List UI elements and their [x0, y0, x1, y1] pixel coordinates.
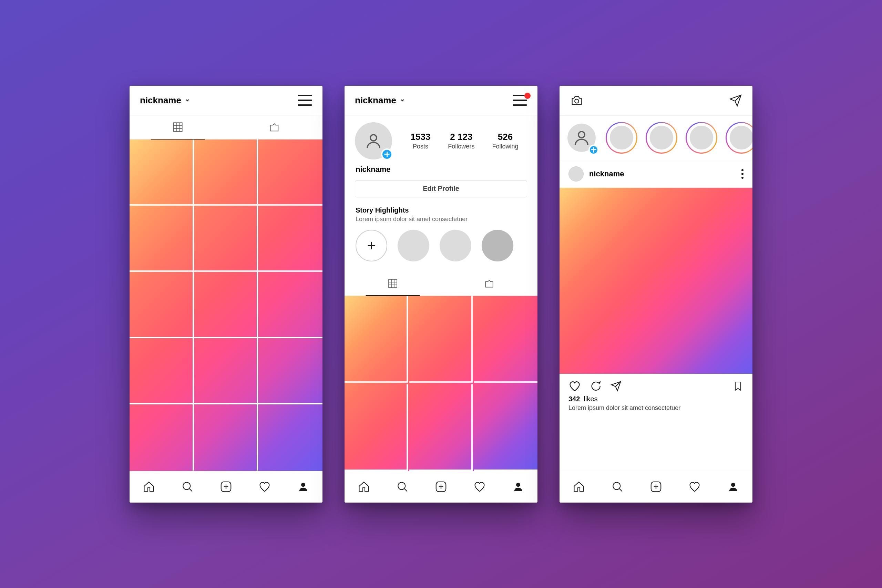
nav-home[interactable] [142, 480, 156, 494]
highlight-item[interactable] [440, 230, 471, 261]
post-thumbnail[interactable] [194, 338, 258, 404]
topbar: nickname [345, 86, 537, 116]
post-thumbnail[interactable] [129, 272, 194, 338]
profile-tabs [129, 116, 322, 140]
username-dropdown[interactable]: nickname [140, 95, 190, 106]
post-thumbnail[interactable] [258, 206, 322, 272]
grid-icon [387, 278, 398, 289]
author-avatar [568, 166, 584, 182]
screen-profile-grid: nickname [129, 86, 322, 502]
like-button[interactable] [568, 380, 581, 392]
post-thumbnail[interactable] [258, 338, 322, 404]
svg-line-20 [405, 489, 407, 492]
post-image[interactable] [560, 188, 753, 374]
profile-header: 1533 Posts 2 123 Followers 526 Following… [345, 116, 537, 272]
send-icon[interactable] [729, 94, 742, 107]
svg-point-25 [574, 99, 579, 103]
stat-followers[interactable]: 2 123 Followers [448, 132, 474, 150]
post-thumbnail[interactable] [194, 140, 258, 206]
avatar[interactable] [355, 122, 392, 159]
svg-point-29 [613, 482, 620, 489]
post-thumbnail[interactable] [474, 296, 537, 383]
menu-button[interactable] [513, 95, 527, 106]
svg-point-5 [183, 482, 190, 489]
stories-row[interactable] [560, 116, 753, 160]
likes-count[interactable]: 342 likes [560, 395, 753, 404]
bottom-nav [560, 471, 753, 502]
nav-profile[interactable] [296, 480, 310, 494]
stat-value: 526 [492, 132, 518, 142]
svg-rect-0 [173, 123, 182, 132]
nav-profile[interactable] [726, 480, 740, 494]
stat-posts[interactable]: 1533 Posts [411, 132, 430, 150]
add-story-badge[interactable] [381, 148, 393, 160]
post-thumbnail[interactable] [409, 384, 473, 471]
post-thumbnail[interactable] [258, 404, 322, 471]
nav-search[interactable] [180, 480, 194, 494]
edit-profile-button[interactable]: Edit Profile [355, 180, 527, 197]
nav-activity[interactable] [473, 480, 486, 494]
svg-point-34 [731, 483, 735, 487]
comment-button[interactable] [590, 380, 602, 392]
chevron-down-icon [400, 98, 405, 103]
post-thumbnail[interactable] [129, 404, 194, 471]
post-thumbnail[interactable] [474, 384, 537, 471]
nav-profile[interactable] [511, 480, 525, 494]
post-thumbnail[interactable] [194, 272, 258, 338]
post-author[interactable]: nickname [568, 166, 624, 182]
tab-grid[interactable] [129, 116, 226, 139]
posts-grid [129, 140, 322, 471]
grid-icon [172, 121, 184, 133]
share-button[interactable] [610, 381, 621, 392]
svg-line-30 [620, 489, 622, 492]
nav-search[interactable] [396, 480, 409, 494]
nav-home[interactable] [357, 480, 371, 494]
tab-grid[interactable] [345, 272, 441, 296]
tab-tagged[interactable] [441, 272, 537, 296]
highlights-row[interactable] [355, 228, 527, 268]
stat-following[interactable]: 526 Following [492, 132, 518, 150]
svg-rect-14 [388, 279, 397, 288]
highlights-subtitle: Lorem ipsum dolor sit amet consectetuer [356, 216, 526, 223]
highlight-add[interactable] [356, 230, 387, 261]
nickname: nickname [355, 95, 396, 106]
stat-label: Following [492, 143, 518, 150]
story-item[interactable] [606, 122, 638, 154]
nav-search[interactable] [610, 480, 624, 494]
post-thumbnail[interactable] [194, 206, 258, 272]
post-thumbnail[interactable] [258, 140, 322, 206]
nav-activity[interactable] [258, 480, 272, 494]
tab-tagged[interactable] [226, 116, 322, 139]
post-thumbnail[interactable] [129, 338, 194, 404]
nav-activity[interactable] [688, 480, 702, 494]
post-menu-button[interactable] [741, 169, 744, 179]
post-thumbnail[interactable] [258, 272, 322, 338]
nav-add[interactable] [219, 480, 233, 494]
story-item[interactable] [726, 122, 753, 154]
post-thumbnail[interactable] [194, 404, 258, 471]
post-actions [560, 374, 753, 395]
screen-feed: nickname 342 likes Lorem ipsum dolor sit… [560, 86, 753, 502]
post-thumbnail[interactable] [129, 140, 194, 206]
highlight-item[interactable] [398, 230, 429, 261]
bookmark-button[interactable] [732, 381, 744, 392]
story-item[interactable] [686, 122, 717, 154]
post-thumbnail[interactable] [345, 296, 408, 383]
story-item[interactable] [646, 122, 677, 154]
post-thumbnail[interactable] [409, 296, 473, 383]
post-thumbnail[interactable] [345, 384, 408, 471]
nav-add[interactable] [649, 480, 663, 494]
stat-value: 1533 [411, 132, 430, 142]
camera-icon[interactable] [570, 94, 584, 108]
highlight-item[interactable] [482, 230, 513, 261]
stat-label: Posts [411, 143, 430, 150]
story-own[interactable] [566, 122, 597, 154]
nav-home[interactable] [572, 480, 586, 494]
svg-point-10 [301, 483, 305, 487]
username-dropdown[interactable]: nickname [355, 95, 405, 106]
nav-add[interactable] [434, 480, 448, 494]
svg-point-19 [398, 482, 405, 489]
post-thumbnail[interactable] [129, 206, 194, 272]
menu-button[interactable] [298, 95, 312, 106]
svg-point-11 [370, 135, 376, 141]
